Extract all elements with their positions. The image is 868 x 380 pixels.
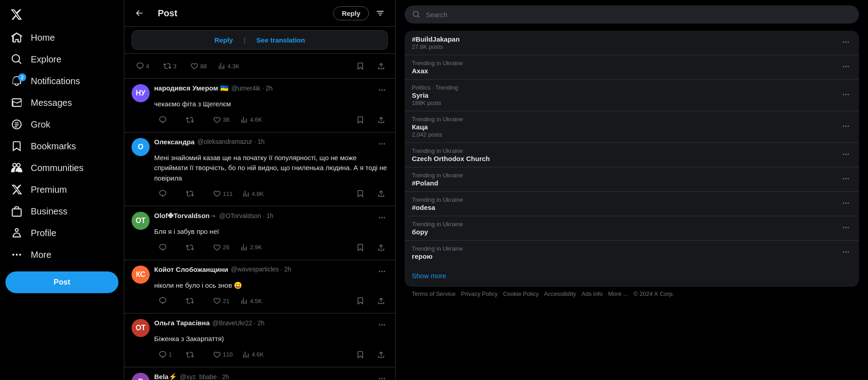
views-action[interactable]: 4.3K <box>213 59 244 73</box>
tweet-more-button[interactable] <box>376 266 388 279</box>
footer-privacy[interactable]: Privacy Policy <box>461 290 498 297</box>
reply-action[interactable] <box>154 187 181 200</box>
trend-more-button[interactable] <box>840 120 852 133</box>
trend-more-button[interactable] <box>840 148 852 162</box>
reply-action[interactable] <box>154 294 181 308</box>
retweet-action[interactable] <box>181 241 208 254</box>
x-logo[interactable] <box>5 4 27 25</box>
trend-more-button[interactable] <box>840 173 852 186</box>
share-button[interactable] <box>374 294 388 308</box>
like-action[interactable]: 21 <box>208 294 236 308</box>
retweet-action[interactable] <box>181 348 208 361</box>
trend-item-trend5[interactable]: Trending in Ukraine Czech Orthodox Churc… <box>405 143 859 167</box>
tweet-more-button[interactable] <box>376 319 388 332</box>
bookmark-button[interactable] <box>354 59 367 73</box>
share-button[interactable] <box>374 348 388 361</box>
sidebar-item-profile[interactable]: Profile <box>5 223 118 243</box>
footer-accessibility[interactable]: Accessibility <box>544 290 576 297</box>
trend-item-trend6[interactable]: Trending in Ukraine #Poland <box>405 167 859 192</box>
share-button[interactable] <box>374 187 388 200</box>
views-action[interactable]: 2.9K <box>236 241 267 254</box>
sidebar-item-more[interactable]: More <box>5 244 118 265</box>
more-dots-icon <box>842 38 850 46</box>
footer-more[interactable]: More ... <box>608 290 628 297</box>
tweet-card: О Олександра @oleksandramazur · 1h Мені … <box>124 133 395 207</box>
tweet-name-row: народився Умером 🇺🇦 @umer4ik · 2h <box>154 84 273 92</box>
see-translation-button[interactable]: See translation <box>256 36 305 44</box>
sidebar-item-label-home: Home <box>31 33 55 43</box>
trend-item-trend7[interactable]: Trending in Ukraine #odesa <box>405 192 859 216</box>
tweet-header: Олександра @oleksandramazur · 1h <box>154 138 388 151</box>
bookmark-button[interactable] <box>354 348 367 361</box>
sidebar-item-label-profile: Profile <box>31 228 57 238</box>
tweet-more-button[interactable] <box>376 373 388 380</box>
bookmark-button[interactable] <box>354 113 367 127</box>
trend-more-button[interactable] <box>840 246 852 259</box>
retweet-action[interactable]: 3 <box>159 59 186 73</box>
tweet-more-button[interactable] <box>376 138 388 151</box>
post-more-button[interactable] <box>373 5 388 21</box>
reply-action[interactable]: 1 <box>154 348 181 361</box>
show-more-button[interactable]: Show more <box>405 265 859 287</box>
like-action[interactable]: 110 <box>208 348 237 361</box>
trend-info: Politics · Trending Syria 188K posts <box>412 84 458 106</box>
sidebar-item-messages[interactable]: Messages <box>5 92 118 113</box>
retweet-action[interactable] <box>181 113 208 127</box>
trend-item-trend1[interactable]: #BuildJakapan 27.8K posts <box>405 31 859 55</box>
sidebar-item-premium[interactable]: Premium <box>5 179 118 200</box>
sidebar-item-home[interactable]: Home <box>5 27 118 48</box>
footer-ads-info[interactable]: Ads info <box>581 290 603 297</box>
reply-count: 1 <box>169 351 172 358</box>
sidebar-item-grok[interactable]: Grok <box>5 114 118 135</box>
trend-item-trend4[interactable]: Trending in Ukraine Каца 2,042 posts <box>405 111 859 143</box>
tweet-more-button[interactable] <box>376 84 388 97</box>
sidebar-item-communities[interactable]: Communities <box>5 157 118 178</box>
search-input[interactable] <box>426 11 851 19</box>
trend-item-trend2[interactable]: Trending in Ukraine Ахах <box>405 55 859 80</box>
trends-card: #BuildJakapan 27.8K posts Trending in Uk… <box>405 31 859 287</box>
trend-item-trend9[interactable]: Trending in Ukraine герою <box>405 241 859 265</box>
tweet-more-button[interactable] <box>376 212 388 225</box>
reply-action[interactable] <box>154 113 181 127</box>
trend-more-button[interactable] <box>840 222 852 235</box>
bookmark-button[interactable] <box>354 187 367 200</box>
views-action[interactable]: 4.6K <box>237 348 269 361</box>
reply-action[interactable] <box>154 241 181 254</box>
sidebar-item-business[interactable]: Business <box>5 201 118 222</box>
more-dots-icon <box>842 175 850 183</box>
reply-action[interactable]: 4 <box>132 59 159 73</box>
trend-more-button[interactable] <box>840 36 852 49</box>
trend-category: Trending in Ukraine <box>412 172 463 179</box>
share-button[interactable] <box>374 59 388 73</box>
bookmark-button[interactable] <box>354 294 367 308</box>
views-action[interactable]: 4.5K <box>236 294 267 308</box>
footer-terms[interactable]: Terms of Service <box>412 290 456 297</box>
like-action[interactable]: 88 <box>186 59 213 73</box>
bookmark-button[interactable] <box>354 241 367 254</box>
sidebar-item-explore[interactable]: Explore <box>5 49 118 70</box>
share-button[interactable] <box>374 241 388 254</box>
views-action[interactable]: 4.6K <box>236 113 267 127</box>
sidebar-item-bookmarks[interactable]: Bookmarks <box>5 136 118 157</box>
like-icon <box>213 351 221 359</box>
post-button[interactable]: Post <box>5 271 118 293</box>
retweet-action[interactable] <box>181 187 208 200</box>
trend-more-button[interactable] <box>840 61 852 74</box>
like-action[interactable]: 26 <box>208 241 236 254</box>
trend-name: Czech Orthodox Church <box>412 155 490 162</box>
trend-more-button[interactable] <box>840 89 852 102</box>
reply-bar-button[interactable]: Reply <box>214 36 233 44</box>
like-action[interactable]: 38 <box>208 113 236 127</box>
back-button[interactable] <box>132 5 147 21</box>
sidebar-item-notifications[interactable]: Notifications 2 <box>5 71 118 91</box>
retweet-action[interactable] <box>181 294 208 308</box>
trend-item-trend3[interactable]: Politics · Trending Syria 188K posts <box>405 80 859 111</box>
views-action[interactable]: 4.8K <box>237 187 269 200</box>
search-box[interactable] <box>405 5 859 24</box>
trend-more-button[interactable] <box>840 197 852 210</box>
footer-cookie[interactable]: Cookie Policy <box>503 290 539 297</box>
share-button[interactable] <box>374 113 388 127</box>
trend-item-trend8[interactable]: Trending in Ukraine бору <box>405 216 859 241</box>
reply-header-button[interactable]: Reply <box>333 6 369 20</box>
like-action[interactable]: 111 <box>208 187 237 200</box>
